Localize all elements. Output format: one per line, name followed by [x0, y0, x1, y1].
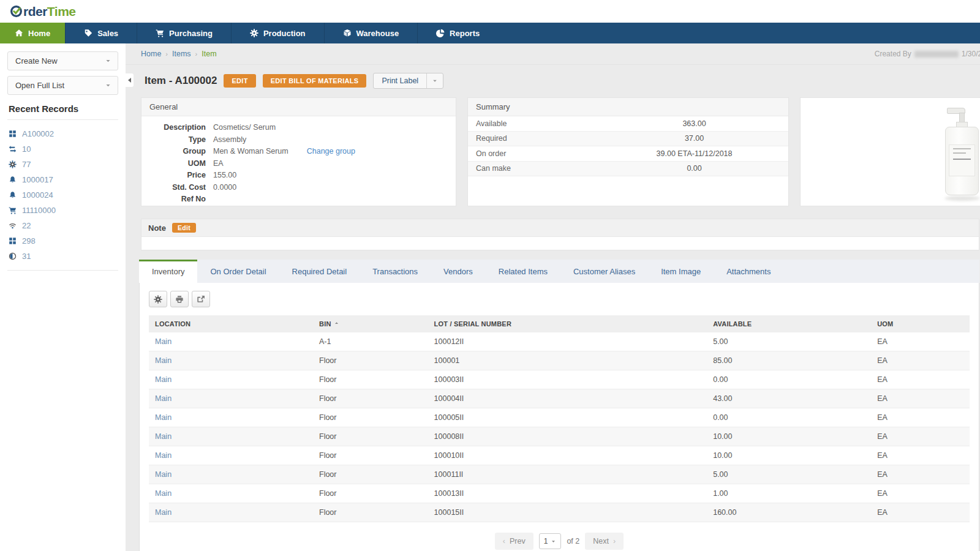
tab-related-items[interactable]: Related Items	[486, 260, 560, 283]
logo-text-order: rder	[23, 4, 47, 19]
breadcrumb-items[interactable]: Items	[172, 50, 191, 58]
column-header-available[interactable]: AVAILABLE	[707, 315, 871, 332]
recent-record-link[interactable]: 22	[7, 218, 118, 233]
print-label-button[interactable]: Print Label	[373, 73, 443, 89]
table-row: Main Floor 100005II 0.00 EA	[149, 408, 970, 427]
table-row: Main Floor 100003II 0.00 EA	[149, 370, 970, 389]
summary-can-make: Can make0.00	[468, 162, 788, 177]
prev-page-button[interactable]: ‹Prev	[495, 533, 533, 550]
current-page-number: 1	[544, 537, 548, 545]
tag-icon	[84, 29, 92, 37]
nav-item-production[interactable]: Production	[231, 23, 324, 43]
recent-record-link[interactable]: 298	[7, 233, 118, 249]
topbar: rderTime	[0, 0, 980, 23]
table-row: Main A-1 100012II 5.00 EA	[149, 332, 970, 351]
open-full-list-button[interactable]: Open Full List	[7, 76, 118, 95]
location-link[interactable]: Main	[155, 470, 172, 479]
recent-record-link[interactable]: 11110000	[7, 203, 118, 218]
location-link[interactable]: Main	[155, 508, 172, 517]
table-row: Main Floor 100011II 5.00 EA	[149, 465, 970, 484]
next-page-button[interactable]: Next›	[585, 533, 624, 550]
pie-chart-icon	[436, 29, 445, 37]
nav-item-home[interactable]: Home	[0, 23, 65, 43]
tab-attachments[interactable]: Attachments	[714, 260, 783, 283]
table-settings-button[interactable]	[149, 291, 167, 307]
item-header: Item - A100002 EDIT EDIT BILL OF MATERIA…	[126, 65, 980, 96]
location-link[interactable]: Main	[155, 356, 172, 365]
collapse-sidebar-button[interactable]	[126, 73, 134, 87]
location-link[interactable]: Main	[155, 375, 172, 384]
location-link[interactable]: Main	[155, 432, 172, 441]
print-label-text: Print Label	[374, 73, 426, 88]
ordertime-logo[interactable]: rderTime	[10, 4, 76, 19]
edit-button[interactable]: EDIT	[224, 74, 255, 88]
sidebar: Create New Open Full List Recent Records…	[0, 43, 126, 551]
location-link[interactable]: Main	[155, 337, 172, 346]
created-by: Created By 1/30/2018 11	[875, 50, 980, 58]
recent-record-link[interactable]: 1000024	[7, 187, 118, 203]
nav-item-purchasing[interactable]: Purchasing	[137, 23, 231, 43]
column-header-uom[interactable]: UOM	[871, 315, 970, 332]
recent-record-link[interactable]: 77	[7, 157, 118, 172]
nav-item-sales[interactable]: Sales	[65, 23, 137, 43]
column-header-bin[interactable]: BIN	[313, 315, 428, 332]
tab-required-detail[interactable]: Required Detail	[279, 260, 360, 283]
note-edit-button[interactable]: Edit	[172, 223, 196, 233]
table-toolbar	[149, 291, 970, 307]
table-row: Main Floor 100008II 10.00 EA	[149, 427, 970, 446]
tab-vendors[interactable]: Vendors	[431, 260, 486, 283]
location-link[interactable]: Main	[155, 451, 172, 460]
tab-customer-aliases[interactable]: Customer Aliases	[560, 260, 648, 283]
recent-record-link[interactable]: 31	[7, 249, 118, 264]
grid-icon	[9, 130, 17, 138]
change-group-link[interactable]: Change group	[307, 146, 355, 158]
column-header-location[interactable]: LOCATION	[149, 315, 313, 332]
page-count-label: of 2	[567, 537, 579, 545]
gears-icon	[250, 29, 258, 37]
breadcrumb-separator: ›	[195, 50, 198, 58]
field-group: GroupMen & Woman SerumChange group	[149, 146, 448, 158]
chevron-down-icon	[432, 78, 438, 84]
tab-item-image[interactable]: Item Image	[648, 260, 714, 283]
cart-icon	[9, 206, 17, 214]
wifi-icon	[9, 222, 17, 230]
location-link[interactable]: Main	[155, 489, 172, 498]
tab-transactions[interactable]: Transactions	[360, 260, 431, 283]
chevron-down-icon	[105, 82, 111, 89]
item-image-panel	[800, 97, 980, 206]
column-header-lot-serial[interactable]: LOT / SERIAL NUMBER	[428, 315, 707, 332]
created-date: 1/30/2018 11	[962, 50, 980, 58]
general-panel: General DescriptionCosmetics/ Serum Type…	[141, 97, 456, 206]
cart-icon	[156, 29, 164, 37]
nav-label: Home	[28, 29, 50, 38]
recent-record-link[interactable]: 10	[7, 141, 118, 157]
print-button[interactable]	[170, 291, 189, 307]
printer-icon	[175, 295, 184, 304]
nav-label: Purchasing	[169, 29, 213, 38]
create-new-label: Create New	[15, 56, 58, 66]
export-button[interactable]	[192, 291, 210, 307]
tab-inventory[interactable]: Inventory	[139, 260, 197, 283]
bell-icon	[9, 191, 17, 199]
field-uom: UOMEA	[149, 158, 448, 170]
nav-item-reports[interactable]: Reports	[417, 23, 498, 43]
recent-record-link[interactable]: A100002	[7, 126, 118, 141]
main-content: Home › Items › Item Created By 1/30/2018…	[126, 43, 980, 551]
page-number-select[interactable]: 1	[539, 533, 562, 549]
tab-on-order-detail[interactable]: On Order Detail	[197, 260, 279, 283]
product-bottle-image	[944, 104, 980, 202]
location-link[interactable]: Main	[155, 394, 172, 403]
breadcrumb-home[interactable]: Home	[141, 50, 161, 58]
nav-item-warehouse[interactable]: Warehouse	[324, 23, 418, 43]
edit-bill-of-materials-button[interactable]: EDIT BILL OF MATERIALS	[263, 74, 367, 88]
table-header-row: LOCATION BIN LOT / SERIAL NUMBER AVAILAB…	[149, 315, 970, 332]
chevron-down-icon	[551, 539, 556, 544]
recent-record-link[interactable]: 1000017	[7, 172, 118, 187]
print-label-dropdown[interactable]	[426, 73, 443, 88]
chevron-left-icon: ‹	[503, 537, 505, 545]
created-by-redacted-name	[914, 51, 959, 58]
create-new-button[interactable]: Create New	[7, 51, 118, 70]
location-link[interactable]: Main	[155, 413, 172, 422]
pagination: ‹Prev 1 of 2 Next›	[149, 533, 970, 550]
note-section: Note Edit	[141, 219, 979, 250]
